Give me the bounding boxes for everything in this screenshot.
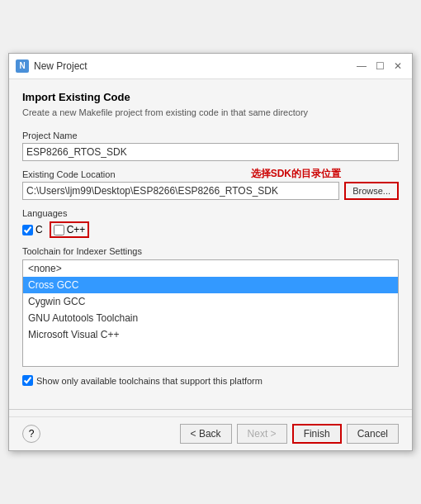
section-description: Create a new Makefile project from exist… bbox=[22, 107, 399, 119]
footer-divider bbox=[9, 409, 412, 410]
section-title: Import Existing Code bbox=[22, 91, 399, 103]
languages-label: Languages bbox=[22, 208, 399, 218]
cpp-label: C++ bbox=[67, 224, 86, 235]
languages-row: C C++ bbox=[22, 221, 399, 238]
next-button[interactable]: Next > bbox=[237, 424, 287, 444]
platform-checkbox-label[interactable]: Show only available toolchains that supp… bbox=[22, 375, 399, 386]
browse-button[interactable]: Browse... bbox=[344, 182, 399, 200]
project-name-input[interactable] bbox=[22, 143, 399, 161]
languages-section: Languages C C++ bbox=[22, 208, 399, 238]
back-button[interactable]: < Back bbox=[180, 424, 232, 444]
existing-code-label: Existing Code Location bbox=[22, 169, 399, 179]
dialog-content: Import Existing Code Create a new Makefi… bbox=[9, 79, 412, 402]
cpp-language-checkbox[interactable] bbox=[54, 225, 64, 235]
help-button[interactable]: ? bbox=[22, 425, 40, 443]
cpp-language-checkbox-label[interactable]: C++ bbox=[54, 224, 86, 235]
finish-button[interactable]: Finish bbox=[292, 424, 342, 444]
cancel-button[interactable]: Cancel bbox=[347, 424, 399, 444]
window-icon: N bbox=[16, 59, 29, 73]
maximize-button[interactable]: ☐ bbox=[372, 59, 387, 74]
close-button[interactable]: ✕ bbox=[390, 59, 405, 74]
dialog-window: N New Project — ☐ ✕ Import Existing Code… bbox=[8, 53, 413, 451]
footer: ? < Back Next > Finish Cancel bbox=[9, 416, 412, 450]
c-language-checkbox[interactable] bbox=[22, 225, 33, 235]
toolchain-item[interactable]: Cygwin GCC bbox=[23, 293, 398, 310]
toolchain-item[interactable]: GNU Autotools Toolchain bbox=[23, 310, 398, 326]
project-name-label: Project Name bbox=[22, 131, 399, 140]
window-title: New Project bbox=[34, 60, 349, 72]
title-bar: N New Project — ☐ ✕ bbox=[9, 54, 412, 79]
toolchain-section: Toolchain for Indexer Settings <none>Cro… bbox=[22, 246, 399, 367]
toolchain-item[interactable]: Microsoft Visual C++ bbox=[23, 326, 398, 343]
chinese-annotation: 选择SDK的目录位置 bbox=[251, 167, 341, 181]
title-bar-controls: — ☐ ✕ bbox=[354, 59, 405, 74]
c-label: C bbox=[35, 224, 43, 235]
minimize-button[interactable]: — bbox=[354, 59, 369, 74]
toolchain-item[interactable]: Cross GCC bbox=[23, 277, 398, 293]
platform-checkbox-text: Show only available toolchains that supp… bbox=[36, 376, 263, 386]
toolchain-label: Toolchain for Indexer Settings bbox=[22, 246, 399, 256]
toolchain-item[interactable]: <none> bbox=[23, 260, 398, 277]
c-language-checkbox-label[interactable]: C bbox=[22, 224, 43, 235]
platform-checkbox[interactable] bbox=[22, 375, 33, 386]
toolchain-list[interactable]: <none>Cross GCCCygwin GCCGNU Autotools T… bbox=[22, 259, 399, 367]
existing-code-row: 选择SDK的目录位置 Browse... bbox=[22, 182, 399, 200]
existing-code-input[interactable] bbox=[22, 182, 339, 200]
cpp-box: C++ bbox=[50, 221, 90, 238]
